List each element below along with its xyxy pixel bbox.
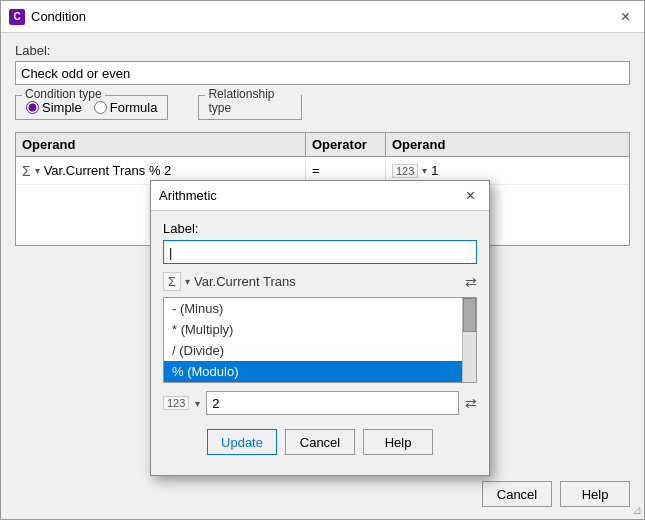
arith-value-input[interactable] [206,391,459,415]
arith-body: Label: Σ ▾ Var.Current Trans ⇄ - (Minus)… [151,211,489,475]
arith-buttons: Update Cancel Help [163,429,477,465]
arith-value-refresh-icon[interactable]: ⇄ [465,395,477,411]
relationship-type-group: Relationship type And Or [198,95,302,120]
operand1-arrow[interactable]: ▾ [35,165,40,176]
label-input[interactable] [15,61,630,85]
condition-titlebar: C Condition × [1,1,644,33]
list-item-modulo[interactable]: % (Modulo) [164,361,476,382]
label-field-label: Label: [15,43,630,58]
arith-label-text: Label: [163,221,198,236]
condition-type-formula[interactable]: Formula [94,100,158,115]
cell-operand1: Σ ▾ Var.Current Trans % 2 [16,161,306,181]
arith-close-button[interactable]: × [460,186,481,206]
arith-operand-text: Var.Current Trans [194,274,461,289]
main-cancel-button[interactable]: Cancel [482,481,552,507]
arithmetic-dialog: Arithmetic × Label: Σ ▾ Var.Current Tran… [150,180,490,476]
main-help-button[interactable]: Help [560,481,630,507]
condition-type-group: Condition type Simple Formula [15,95,168,120]
arith-operand-refresh-icon[interactable]: ⇄ [465,274,477,290]
arith-operand-row: Σ ▾ Var.Current Trans ⇄ [163,272,477,291]
arith-type-badge: 123 [163,396,189,410]
type-sections-row: Condition type Simple Formula Relationsh… [15,95,630,120]
titlebar-left: C Condition [9,9,86,25]
col-header-operator: Operator [306,133,386,156]
operator-list: - (Minus) * (Multiply) / (Divide) % (Mod… [164,298,476,382]
arith-label-row: Label: [163,221,477,236]
arith-cancel-button[interactable]: Cancel [285,429,355,455]
table-header: Operand Operator Operand [16,133,629,157]
arith-type-arrow[interactable]: ▾ [195,398,200,409]
cell-operator: = [306,161,386,180]
operand2-value: 1 [431,163,438,178]
relationship-type-label: Relationship type [205,87,301,115]
arith-operand-arrow[interactable]: ▾ [185,276,190,287]
list-item-divide[interactable]: / (Divide) [164,340,476,361]
col-header-operand2: Operand [386,133,629,156]
operand2-type-badge: 123 [392,164,418,178]
arith-title-text: Arithmetic [159,188,217,203]
col-header-operand1: Operand [16,133,306,156]
arith-help-button[interactable]: Help [363,429,433,455]
arith-sigma-icon: Σ [163,272,181,291]
sigma-icon: Σ [22,163,31,179]
condition-close-button[interactable]: × [615,7,636,27]
arith-label-input[interactable] [163,240,477,264]
main-dialog-buttons: Cancel Help [482,481,630,507]
operand1-text: Var.Current Trans % 2 [44,163,172,178]
arith-value-row: 123 ▾ ⇄ [163,391,477,415]
arith-update-button[interactable]: Update [207,429,277,455]
condition-type-label: Condition type [22,87,105,101]
resize-handle[interactable]: ⊿ [632,503,642,517]
list-item-multiply[interactable]: * (Multiply) [164,319,476,340]
operator-list-scrollbar[interactable] [462,298,476,382]
condition-type-simple[interactable]: Simple [26,100,82,115]
operand2-arrow[interactable]: ▾ [422,165,427,176]
arith-titlebar: Arithmetic × [151,181,489,211]
condition-title-text: Condition [31,9,86,24]
operator-list-container: - (Minus) * (Multiply) / (Divide) % (Mod… [163,297,477,383]
scrollbar-thumb [463,298,476,332]
condition-title-icon: C [9,9,25,25]
cell-operand2: 123 ▾ 1 [386,161,629,180]
list-item-minus[interactable]: - (Minus) [164,298,476,319]
